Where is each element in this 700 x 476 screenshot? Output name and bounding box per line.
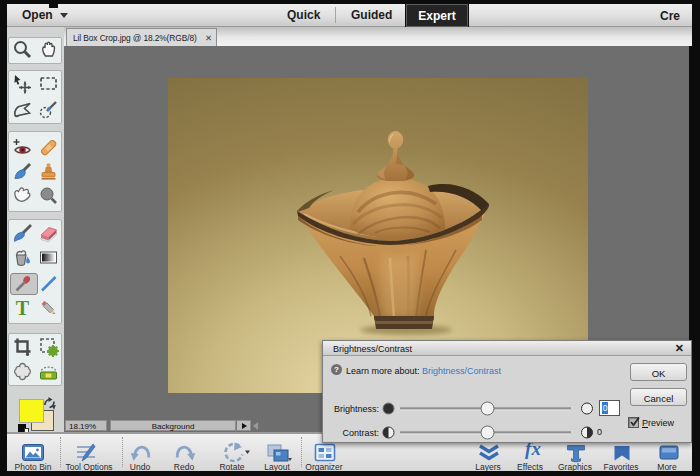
svg-text:T: T xyxy=(16,297,30,318)
